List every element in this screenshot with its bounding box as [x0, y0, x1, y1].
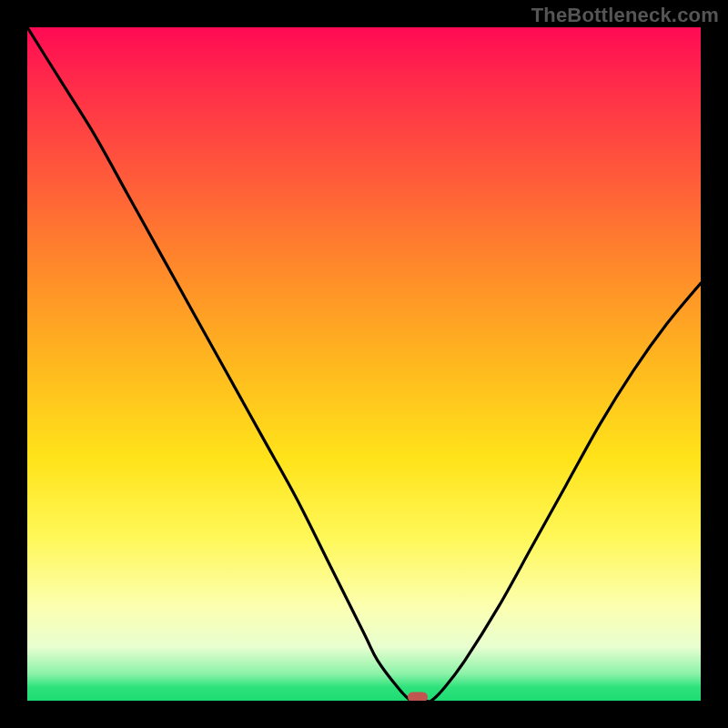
chart-frame: TheBottleneck.com [0, 0, 728, 728]
trough-marker [408, 693, 428, 702]
bottleneck-curve [27, 27, 701, 701]
plot-area [27, 27, 701, 701]
watermark-text: TheBottleneck.com [531, 4, 719, 27]
